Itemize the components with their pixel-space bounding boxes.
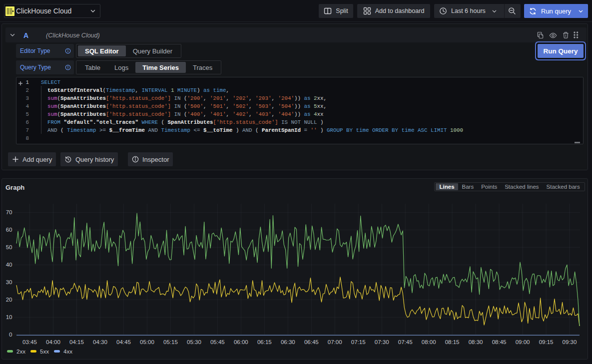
svg-text:60: 60 xyxy=(6,227,12,233)
svg-text:2xx: 2xx xyxy=(16,349,25,355)
svg-text:05:45: 05:45 xyxy=(210,339,225,345)
svg-text:07:30: 07:30 xyxy=(375,339,389,345)
svg-text:06:45: 06:45 xyxy=(304,339,319,345)
svg-text:07:00: 07:00 xyxy=(328,339,342,345)
svg-text:03:45: 03:45 xyxy=(22,339,37,345)
svg-text:04:00: 04:00 xyxy=(46,339,60,345)
svg-text:08:30: 08:30 xyxy=(469,339,483,345)
svg-text:04:45: 04:45 xyxy=(116,339,131,345)
svg-text:08:00: 08:00 xyxy=(422,339,436,345)
svg-text:10: 10 xyxy=(6,314,12,320)
svg-text:04:15: 04:15 xyxy=(69,339,84,345)
svg-text:4xx: 4xx xyxy=(63,349,72,355)
svg-text:07:15: 07:15 xyxy=(351,339,366,345)
svg-text:06:15: 06:15 xyxy=(257,339,272,345)
svg-text:0: 0 xyxy=(9,332,12,338)
svg-text:09:00: 09:00 xyxy=(516,339,530,345)
svg-text:50: 50 xyxy=(6,244,12,250)
svg-text:07:45: 07:45 xyxy=(398,339,413,345)
svg-text:5xx: 5xx xyxy=(40,349,49,355)
svg-text:04:30: 04:30 xyxy=(93,339,107,345)
svg-text:05:30: 05:30 xyxy=(187,339,201,345)
svg-text:08:15: 08:15 xyxy=(445,339,460,345)
svg-text:05:15: 05:15 xyxy=(163,339,178,345)
svg-text:08:45: 08:45 xyxy=(492,339,507,345)
svg-text:09:15: 09:15 xyxy=(539,339,554,345)
svg-text:06:30: 06:30 xyxy=(281,339,295,345)
svg-text:09:30: 09:30 xyxy=(563,339,577,345)
svg-text:20: 20 xyxy=(6,297,12,303)
svg-text:05:00: 05:00 xyxy=(140,339,154,345)
svg-text:06:00: 06:00 xyxy=(234,339,248,345)
svg-text:30: 30 xyxy=(6,279,12,285)
svg-text:70: 70 xyxy=(6,209,12,215)
svg-text:40: 40 xyxy=(6,262,12,268)
